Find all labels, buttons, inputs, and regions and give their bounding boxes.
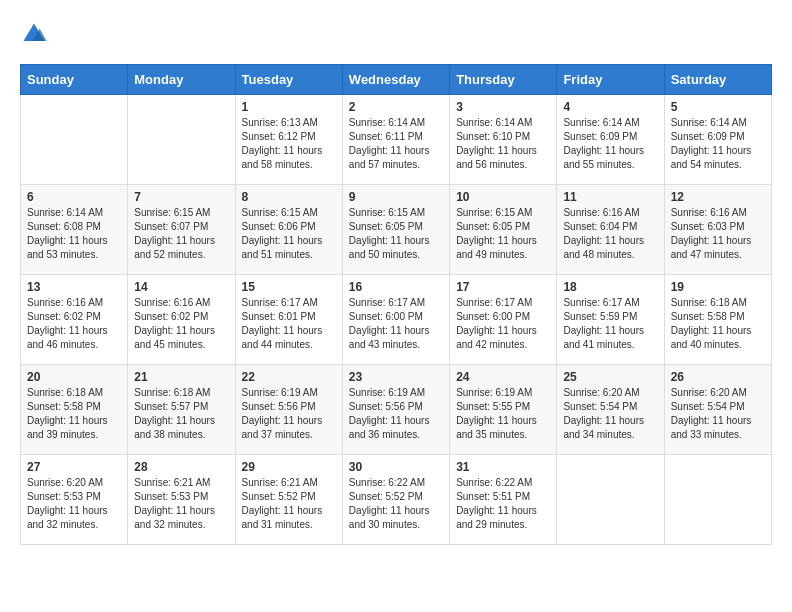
- day-info: Sunrise: 6:18 AMSunset: 5:58 PMDaylight:…: [671, 296, 765, 352]
- logo: [20, 20, 52, 48]
- calendar-day-cell: 15 Sunrise: 6:17 AMSunset: 6:01 PMDaylig…: [235, 275, 342, 365]
- day-number: 10: [456, 190, 550, 204]
- day-number: 25: [563, 370, 657, 384]
- day-info: Sunrise: 6:20 AMSunset: 5:54 PMDaylight:…: [563, 386, 657, 442]
- day-number: 5: [671, 100, 765, 114]
- calendar-day-cell: [664, 455, 771, 545]
- day-info: Sunrise: 6:17 AMSunset: 5:59 PMDaylight:…: [563, 296, 657, 352]
- weekday-header: Thursday: [450, 65, 557, 95]
- day-number: 12: [671, 190, 765, 204]
- calendar-day-cell: 3 Sunrise: 6:14 AMSunset: 6:10 PMDayligh…: [450, 95, 557, 185]
- day-number: 24: [456, 370, 550, 384]
- page-header: [20, 20, 772, 48]
- calendar-day-cell: [128, 95, 235, 185]
- weekday-header: Saturday: [664, 65, 771, 95]
- day-info: Sunrise: 6:21 AMSunset: 5:52 PMDaylight:…: [242, 476, 336, 532]
- day-info: Sunrise: 6:19 AMSunset: 5:56 PMDaylight:…: [349, 386, 443, 442]
- day-number: 7: [134, 190, 228, 204]
- day-info: Sunrise: 6:16 AMSunset: 6:02 PMDaylight:…: [27, 296, 121, 352]
- day-number: 4: [563, 100, 657, 114]
- calendar-day-cell: 4 Sunrise: 6:14 AMSunset: 6:09 PMDayligh…: [557, 95, 664, 185]
- calendar-day-cell: 11 Sunrise: 6:16 AMSunset: 6:04 PMDaylig…: [557, 185, 664, 275]
- calendar-day-cell: 30 Sunrise: 6:22 AMSunset: 5:52 PMDaylig…: [342, 455, 449, 545]
- calendar-day-cell: 9 Sunrise: 6:15 AMSunset: 6:05 PMDayligh…: [342, 185, 449, 275]
- day-number: 31: [456, 460, 550, 474]
- day-info: Sunrise: 6:22 AMSunset: 5:51 PMDaylight:…: [456, 476, 550, 532]
- calendar-day-cell: 23 Sunrise: 6:19 AMSunset: 5:56 PMDaylig…: [342, 365, 449, 455]
- day-info: Sunrise: 6:14 AMSunset: 6:09 PMDaylight:…: [563, 116, 657, 172]
- calendar-day-cell: 27 Sunrise: 6:20 AMSunset: 5:53 PMDaylig…: [21, 455, 128, 545]
- day-number: 14: [134, 280, 228, 294]
- day-info: Sunrise: 6:19 AMSunset: 5:56 PMDaylight:…: [242, 386, 336, 442]
- day-info: Sunrise: 6:15 AMSunset: 6:05 PMDaylight:…: [349, 206, 443, 262]
- calendar-day-cell: [21, 95, 128, 185]
- day-info: Sunrise: 6:20 AMSunset: 5:53 PMDaylight:…: [27, 476, 121, 532]
- calendar-week-row: 27 Sunrise: 6:20 AMSunset: 5:53 PMDaylig…: [21, 455, 772, 545]
- day-number: 9: [349, 190, 443, 204]
- day-number: 30: [349, 460, 443, 474]
- calendar-day-cell: 8 Sunrise: 6:15 AMSunset: 6:06 PMDayligh…: [235, 185, 342, 275]
- day-info: Sunrise: 6:14 AMSunset: 6:10 PMDaylight:…: [456, 116, 550, 172]
- day-info: Sunrise: 6:15 AMSunset: 6:05 PMDaylight:…: [456, 206, 550, 262]
- day-number: 20: [27, 370, 121, 384]
- calendar-day-cell: 14 Sunrise: 6:16 AMSunset: 6:02 PMDaylig…: [128, 275, 235, 365]
- day-number: 2: [349, 100, 443, 114]
- calendar-day-cell: 12 Sunrise: 6:16 AMSunset: 6:03 PMDaylig…: [664, 185, 771, 275]
- day-number: 28: [134, 460, 228, 474]
- day-number: 1: [242, 100, 336, 114]
- day-info: Sunrise: 6:17 AMSunset: 6:00 PMDaylight:…: [456, 296, 550, 352]
- day-info: Sunrise: 6:17 AMSunset: 6:00 PMDaylight:…: [349, 296, 443, 352]
- day-number: 27: [27, 460, 121, 474]
- weekday-header: Wednesday: [342, 65, 449, 95]
- day-info: Sunrise: 6:16 AMSunset: 6:04 PMDaylight:…: [563, 206, 657, 262]
- calendar-day-cell: 29 Sunrise: 6:21 AMSunset: 5:52 PMDaylig…: [235, 455, 342, 545]
- calendar-header-row: SundayMondayTuesdayWednesdayThursdayFrid…: [21, 65, 772, 95]
- day-info: Sunrise: 6:19 AMSunset: 5:55 PMDaylight:…: [456, 386, 550, 442]
- day-number: 6: [27, 190, 121, 204]
- day-number: 15: [242, 280, 336, 294]
- weekday-header: Friday: [557, 65, 664, 95]
- day-info: Sunrise: 6:15 AMSunset: 6:07 PMDaylight:…: [134, 206, 228, 262]
- calendar-day-cell: 2 Sunrise: 6:14 AMSunset: 6:11 PMDayligh…: [342, 95, 449, 185]
- day-number: 11: [563, 190, 657, 204]
- calendar-day-cell: 21 Sunrise: 6:18 AMSunset: 5:57 PMDaylig…: [128, 365, 235, 455]
- day-number: 22: [242, 370, 336, 384]
- calendar-week-row: 20 Sunrise: 6:18 AMSunset: 5:58 PMDaylig…: [21, 365, 772, 455]
- day-number: 21: [134, 370, 228, 384]
- calendar-day-cell: 18 Sunrise: 6:17 AMSunset: 5:59 PMDaylig…: [557, 275, 664, 365]
- day-info: Sunrise: 6:18 AMSunset: 5:57 PMDaylight:…: [134, 386, 228, 442]
- calendar-table: SundayMondayTuesdayWednesdayThursdayFrid…: [20, 64, 772, 545]
- day-info: Sunrise: 6:14 AMSunset: 6:09 PMDaylight:…: [671, 116, 765, 172]
- calendar-day-cell: 19 Sunrise: 6:18 AMSunset: 5:58 PMDaylig…: [664, 275, 771, 365]
- day-number: 29: [242, 460, 336, 474]
- calendar-day-cell: 6 Sunrise: 6:14 AMSunset: 6:08 PMDayligh…: [21, 185, 128, 275]
- calendar-day-cell: 17 Sunrise: 6:17 AMSunset: 6:00 PMDaylig…: [450, 275, 557, 365]
- day-info: Sunrise: 6:16 AMSunset: 6:03 PMDaylight:…: [671, 206, 765, 262]
- day-number: 18: [563, 280, 657, 294]
- calendar-day-cell: 5 Sunrise: 6:14 AMSunset: 6:09 PMDayligh…: [664, 95, 771, 185]
- calendar-week-row: 13 Sunrise: 6:16 AMSunset: 6:02 PMDaylig…: [21, 275, 772, 365]
- calendar-day-cell: 7 Sunrise: 6:15 AMSunset: 6:07 PMDayligh…: [128, 185, 235, 275]
- calendar-week-row: 1 Sunrise: 6:13 AMSunset: 6:12 PMDayligh…: [21, 95, 772, 185]
- day-info: Sunrise: 6:18 AMSunset: 5:58 PMDaylight:…: [27, 386, 121, 442]
- calendar-day-cell: 20 Sunrise: 6:18 AMSunset: 5:58 PMDaylig…: [21, 365, 128, 455]
- day-number: 17: [456, 280, 550, 294]
- day-info: Sunrise: 6:20 AMSunset: 5:54 PMDaylight:…: [671, 386, 765, 442]
- day-number: 26: [671, 370, 765, 384]
- day-number: 3: [456, 100, 550, 114]
- day-number: 8: [242, 190, 336, 204]
- calendar-day-cell: 22 Sunrise: 6:19 AMSunset: 5:56 PMDaylig…: [235, 365, 342, 455]
- calendar-day-cell: [557, 455, 664, 545]
- calendar-day-cell: 16 Sunrise: 6:17 AMSunset: 6:00 PMDaylig…: [342, 275, 449, 365]
- calendar-week-row: 6 Sunrise: 6:14 AMSunset: 6:08 PMDayligh…: [21, 185, 772, 275]
- logo-icon: [20, 20, 48, 48]
- day-info: Sunrise: 6:14 AMSunset: 6:08 PMDaylight:…: [27, 206, 121, 262]
- weekday-header: Sunday: [21, 65, 128, 95]
- calendar-day-cell: 25 Sunrise: 6:20 AMSunset: 5:54 PMDaylig…: [557, 365, 664, 455]
- day-info: Sunrise: 6:16 AMSunset: 6:02 PMDaylight:…: [134, 296, 228, 352]
- calendar-day-cell: 26 Sunrise: 6:20 AMSunset: 5:54 PMDaylig…: [664, 365, 771, 455]
- calendar-day-cell: 10 Sunrise: 6:15 AMSunset: 6:05 PMDaylig…: [450, 185, 557, 275]
- day-number: 16: [349, 280, 443, 294]
- day-info: Sunrise: 6:15 AMSunset: 6:06 PMDaylight:…: [242, 206, 336, 262]
- calendar-day-cell: 1 Sunrise: 6:13 AMSunset: 6:12 PMDayligh…: [235, 95, 342, 185]
